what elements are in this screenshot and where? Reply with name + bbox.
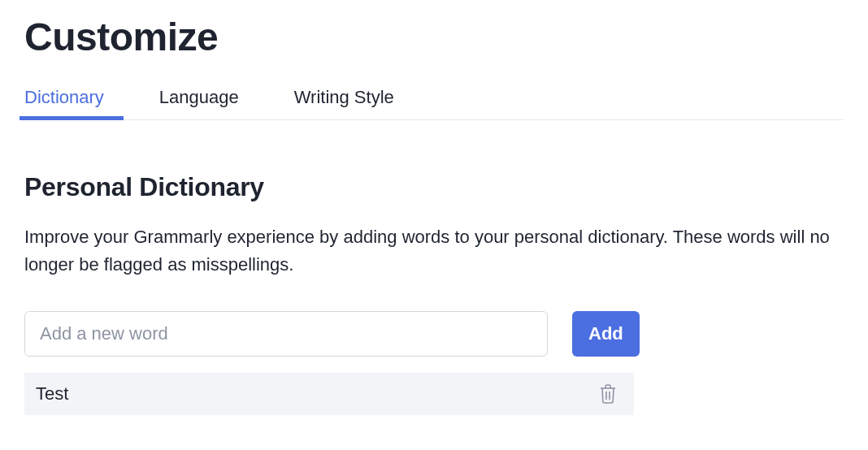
delete-word-button[interactable] [595, 380, 621, 408]
word-row: Test [24, 373, 634, 415]
add-word-button[interactable]: Add [572, 311, 640, 357]
trash-icon [598, 383, 618, 405]
word-list: Test [24, 373, 844, 415]
personal-dictionary-section: Personal Dictionary Improve your Grammar… [24, 120, 844, 415]
tab-writing-style[interactable]: Writing Style [294, 82, 394, 119]
page-title: Customize [24, 0, 844, 82]
tab-dictionary[interactable]: Dictionary [24, 82, 104, 119]
section-description: Improve your Grammarly experience by add… [24, 223, 837, 311]
add-word-row: Add [24, 311, 844, 357]
word-text: Test [36, 383, 68, 405]
tabs-nav: Dictionary Language Writing Style [24, 82, 844, 120]
section-title: Personal Dictionary [24, 172, 844, 223]
add-word-input[interactable] [24, 311, 548, 357]
tab-language[interactable]: Language [159, 82, 239, 119]
